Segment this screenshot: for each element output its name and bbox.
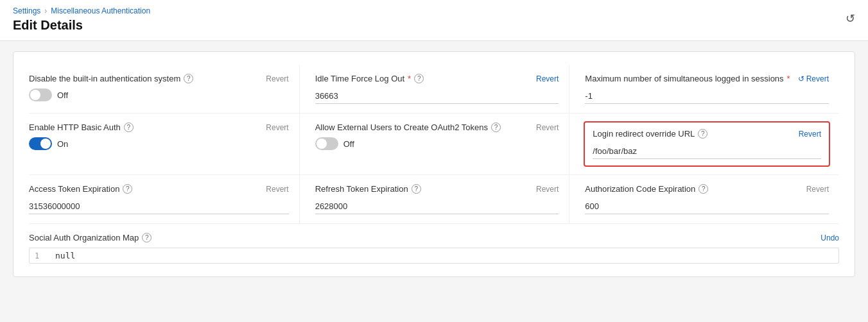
field-label: Login redirect override URL ? [593, 129, 707, 139]
code-area: 1 null [29, 248, 839, 264]
cell-auth-code-exp: Authorization Code Expiration ? Revert 6… [569, 175, 839, 223]
help-icon[interactable]: ? [698, 129, 707, 139]
revert-label[interactable]: Revert [536, 185, 559, 194]
main-content: Disable the built-in authentication syst… [0, 41, 868, 287]
cell-http-basic-auth: Enable HTTP Basic Auth ? Revert On [29, 114, 299, 174]
field-header: Refresh Token Expiration ? Revert [315, 184, 559, 194]
toggle-label: Off [57, 90, 68, 100]
required-star: * [408, 74, 411, 83]
revert-circle-icon: ↺ [798, 74, 804, 83]
cell-login-redirect: Login redirect override URL ? Revert /fo… [569, 114, 839, 174]
toggle-container: Off [315, 137, 559, 150]
field-header: Enable HTTP Basic Auth ? Revert [29, 123, 289, 132]
settings-row-1: Disable the built-in authentication syst… [29, 65, 839, 114]
max-sessions-input[interactable]: -1 [585, 89, 829, 104]
cell-allow-oauth2: Allow External Users to Create OAuth2 To… [299, 114, 569, 174]
access-token-exp-input[interactable]: 31536000000 [29, 199, 289, 214]
help-icon[interactable]: ? [142, 233, 152, 242]
revert-label[interactable]: Revert [266, 185, 288, 194]
undo-button[interactable]: Undo [820, 233, 839, 242]
http-basic-auth-toggle[interactable] [29, 137, 52, 150]
help-icon[interactable]: ? [123, 184, 132, 194]
help-icon[interactable]: ? [184, 74, 193, 83]
field-header: Authorization Code Expiration ? Revert [585, 184, 829, 194]
revert-label[interactable]: Revert [806, 185, 829, 194]
line-number: 1 [35, 251, 48, 260]
field-label: Allow External Users to Create OAuth2 To… [315, 123, 501, 132]
cell-max-sessions: Maximum number of simultaneous logged in… [569, 65, 839, 113]
refresh-token-exp-input[interactable]: 2628000 [315, 199, 559, 214]
revert-max-sessions-button[interactable]: ↺ Revert [798, 74, 829, 83]
help-icon[interactable]: ? [699, 184, 708, 194]
toggle-label: On [57, 139, 68, 149]
page-title: Edit Details [13, 18, 855, 33]
field-header: Allow External Users to Create OAuth2 To… [315, 123, 559, 132]
settings-card: Disable the built-in authentication syst… [13, 51, 855, 277]
field-label: Authorization Code Expiration ? [585, 184, 708, 194]
field-header: Maximum number of simultaneous logged in… [585, 74, 829, 83]
cell-refresh-token-exp: Refresh Token Expiration ? Revert 262800… [299, 175, 569, 223]
highlighted-wrapper: Login redirect override URL ? Revert /fo… [584, 121, 830, 167]
code-line: 1 null [30, 248, 838, 263]
revert-login-redirect-button[interactable]: Revert [799, 130, 821, 139]
allow-oauth2-toggle[interactable] [315, 137, 338, 150]
toggle-label: Off [343, 139, 354, 149]
field-header: Disable the built-in authentication syst… [29, 74, 289, 83]
help-icon[interactable]: ? [491, 123, 501, 132]
idle-time-input[interactable]: 36663 [315, 89, 559, 104]
toggle-container: Off [29, 89, 289, 101]
field-label: Access Token Expiration ? [29, 184, 132, 194]
field-header: Access Token Expiration ? Revert [29, 184, 289, 194]
field-label: Maximum number of simultaneous logged in… [585, 74, 790, 83]
settings-row-2: Enable HTTP Basic Auth ? Revert On [29, 114, 839, 175]
history-icon[interactable]: ↺ [846, 12, 855, 26]
required-star: * [787, 74, 790, 83]
toggle-slider [29, 137, 52, 150]
revert-label[interactable]: Revert [266, 123, 288, 132]
field-label: Enable HTTP Basic Auth ? [29, 123, 134, 132]
breadcrumb-settings-link[interactable]: Settings [13, 6, 40, 15]
cell-access-token-exp: Access Token Expiration ? Revert 3153600… [29, 175, 299, 223]
toggle-slider [29, 89, 52, 101]
help-icon[interactable]: ? [124, 123, 134, 132]
field-header: Idle Time Force Log Out * ? Revert [315, 74, 559, 83]
disable-builtin-auth-toggle[interactable] [29, 89, 52, 101]
auth-code-exp-input[interactable]: 600 [585, 199, 829, 214]
field-header: Login redirect override URL ? Revert [593, 129, 821, 139]
toggle-slider [315, 137, 338, 150]
social-auth-row: Social Auth Organization Map ? Undo 1 nu… [29, 224, 839, 264]
settings-row-3: Access Token Expiration ? Revert 3153600… [29, 175, 839, 224]
breadcrumb-current: Miscellaneous Authentication [51, 6, 150, 15]
social-auth-header: Social Auth Organization Map ? Undo [29, 233, 839, 242]
revert-label[interactable]: Revert [266, 74, 288, 83]
help-icon[interactable]: ? [412, 184, 421, 194]
field-label: Refresh Token Expiration ? [315, 184, 421, 194]
field-label: Disable the built-in authentication syst… [29, 74, 193, 83]
cell-disable-builtin-auth: Disable the built-in authentication syst… [29, 65, 299, 113]
social-auth-label: Social Auth Organization Map ? [29, 233, 152, 242]
header: Settings › Miscellaneous Authentication … [0, 0, 868, 41]
code-value: null [55, 251, 75, 260]
breadcrumb-separator: › [44, 6, 47, 15]
cell-idle-time: Idle Time Force Log Out * ? Revert 36663 [299, 65, 569, 113]
help-icon[interactable]: ? [414, 74, 424, 83]
field-label: Idle Time Force Log Out * ? [315, 74, 424, 83]
breadcrumb: Settings › Miscellaneous Authentication [13, 6, 855, 15]
revert-idle-time-button[interactable]: Revert [536, 74, 559, 83]
login-redirect-input[interactable]: /foo/bar/baz [593, 144, 821, 159]
revert-label[interactable]: Revert [536, 123, 559, 132]
toggle-container: On [29, 137, 289, 150]
